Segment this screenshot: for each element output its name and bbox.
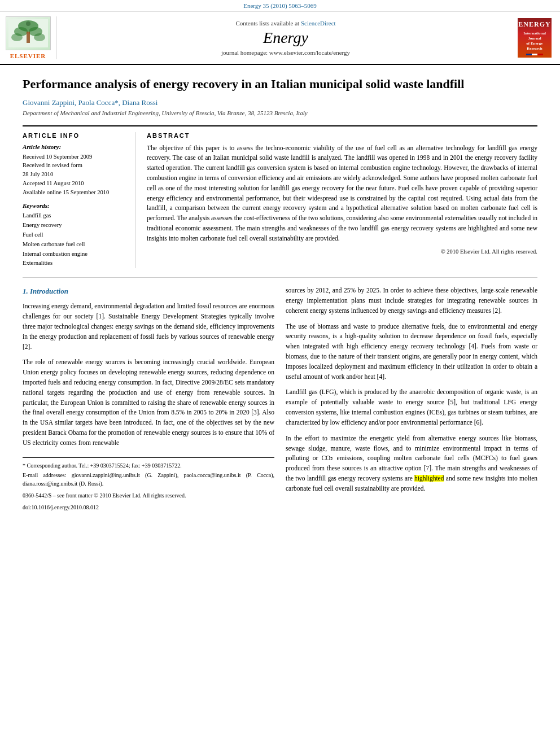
article-info-heading: ARTICLE INFO [23, 132, 127, 139]
journal-name: Energy [263, 29, 308, 47]
keyword-2: Fuel cell [23, 230, 127, 240]
history-item-2: 28 July 2010 [23, 170, 127, 179]
article-history-label: Article history: [23, 143, 127, 150]
article-info-abstract-section: ARTICLE INFO Article history: Received 1… [23, 125, 537, 269]
footnote-emails: E-mail addresses: giovanni.zappini@ing.u… [23, 471, 274, 488]
svg-point-5 [11, 33, 23, 41]
body-column-left: 1. Introduction Increasing energy demand… [23, 286, 274, 512]
keyword-4: Internal combustion engine [23, 250, 127, 259]
abstract-column: ABSTRACT The objective of this paper is … [147, 132, 537, 269]
journal-right: ENERGY International Journalof Energy Re… [515, 16, 554, 59]
footnote-email-label: E-mail addresses: [23, 472, 67, 478]
main-body: 1. Introduction Increasing energy demand… [23, 277, 537, 512]
keyword-1: Energy recovery [23, 221, 127, 230]
keywords-label: Keywords: [23, 202, 127, 209]
copyright-line: © 2010 Elsevier Ltd. All rights reserved… [147, 248, 537, 255]
sciencedirect-link[interactable]: ScienceDirect [301, 20, 336, 27]
abstract-text: The objective of this paper is to assess… [147, 143, 537, 244]
section1-title: 1. Introduction [23, 286, 274, 297]
page: Energy 35 (2010) 5063–5069 E [0, 0, 560, 747]
body-para-1: The role of renewable energy sources is … [23, 357, 274, 448]
keyword-0: Landfill gas [23, 211, 127, 221]
elsevier-logo-section: ELSEVIER [6, 16, 56, 59]
body-para-col2-3: In the effort to maximize the energetic … [286, 434, 537, 494]
author-names: Giovanni Zappini, Paola Cocca*, Diana Ro… [23, 98, 158, 107]
badge-lines: International Journalof Energy Research [520, 31, 549, 51]
body-para-col2-0: sources by 2012, and 25% by 2025. In ord… [286, 286, 537, 316]
journal-center: Contents lists available at ScienceDirec… [62, 16, 509, 59]
history-item-3: Accepted 11 August 2010 [23, 179, 127, 188]
contents-available-line: Contents lists available at ScienceDirec… [235, 20, 335, 27]
elsevier-label: ELSEVIER [10, 53, 46, 59]
keyword-3: Molten carbonate fuel cell [23, 240, 127, 250]
elsevier-logo-image [6, 16, 51, 50]
citation-bar: Energy 35 (2010) 5063–5069 [0, 0, 560, 12]
body-para-0: Increasing energy demand, environmental … [23, 302, 274, 352]
homepage-line: journal homepage: www.elsevier.com/locat… [221, 49, 350, 56]
body-para-col2-2: Landfill gas (LFG), which is produced by… [286, 387, 537, 427]
article-content: Performance analysis of energy recovery … [0, 65, 560, 523]
body-column-right: sources by 2012, and 25% by 2025. In ord… [286, 286, 537, 512]
keyword-5: Externalities [23, 259, 127, 268]
body-para-col2-1: The use of biomass and waste to produce … [286, 322, 537, 382]
history-item-4: Available online 15 September 2010 [23, 188, 127, 197]
svg-rect-10 [537, 54, 543, 55]
history-item-1: Received in revised form [23, 161, 127, 170]
badge-energy-text: ENERGY [518, 20, 550, 29]
footnote-corresponding: * Corresponding author. Tel.: +39 030371… [23, 461, 274, 470]
energy-badge: ENERGY International Journalof Energy Re… [518, 18, 552, 58]
abstract-heading: ABSTRACT [147, 132, 537, 139]
article-authors: Giovanni Zappini, Paola Cocca*, Diana Ro… [23, 98, 537, 107]
svg-point-7 [26, 21, 30, 26]
article-info-column: ARTICLE INFO Article history: Received 1… [23, 132, 135, 269]
journal-header: ELSEVIER Contents lists available at Sci… [0, 12, 560, 65]
svg-rect-4 [27, 32, 30, 43]
footer-doi: doi:10.1016/j.energy.2010.08.012 [23, 503, 274, 512]
article-affiliation: Department of Mechanical and Industrial … [23, 110, 537, 116]
citation-text: Energy 35 (2010) 5063–5069 [243, 2, 317, 9]
footer-issn: 0360-5442/$ – see front matter © 2010 El… [23, 491, 274, 500]
article-title: Performance analysis of energy recovery … [23, 76, 537, 93]
history-item-0: Received 10 September 2009 [23, 152, 127, 161]
svg-rect-8 [526, 54, 532, 55]
svg-point-6 [34, 33, 45, 41]
footnote-area: * Corresponding author. Tel.: +39 030371… [23, 457, 274, 512]
svg-rect-9 [532, 54, 537, 55]
highlighted-text: highlighted [414, 475, 444, 482]
